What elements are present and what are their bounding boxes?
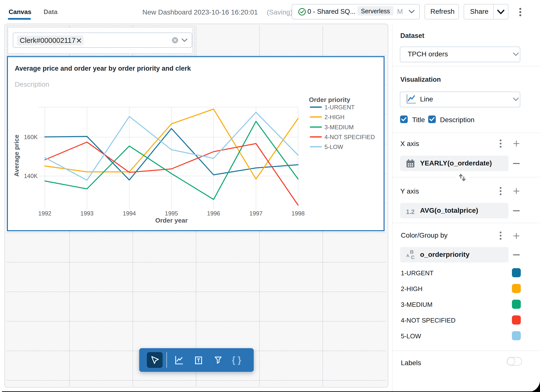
svg-text:1992: 1992 xyxy=(38,210,51,217)
svg-text:1994: 1994 xyxy=(123,210,136,217)
svg-text:Order year: Order year xyxy=(155,217,188,224)
svg-text:140K: 140K xyxy=(24,173,38,179)
svg-text:160K: 160K xyxy=(24,134,38,140)
svg-text:5-LOW: 5-LOW xyxy=(324,144,343,150)
svg-text:1997: 1997 xyxy=(249,210,262,217)
svg-text:1996: 1996 xyxy=(207,210,220,217)
svg-text:4-NOT SPECIFIED: 4-NOT SPECIFIED xyxy=(324,134,375,140)
svg-text:1993: 1993 xyxy=(80,210,93,217)
svg-text:2-HIGH: 2-HIGH xyxy=(324,114,344,120)
svg-text:Order priority: Order priority xyxy=(309,96,350,103)
svg-text:Average price: Average price xyxy=(13,134,20,177)
svg-text:1-URGENT: 1-URGENT xyxy=(324,104,355,111)
svg-text:1995: 1995 xyxy=(165,210,178,217)
svg-text:3-MEDIUM: 3-MEDIUM xyxy=(324,124,354,131)
svg-text:1998: 1998 xyxy=(291,210,304,217)
